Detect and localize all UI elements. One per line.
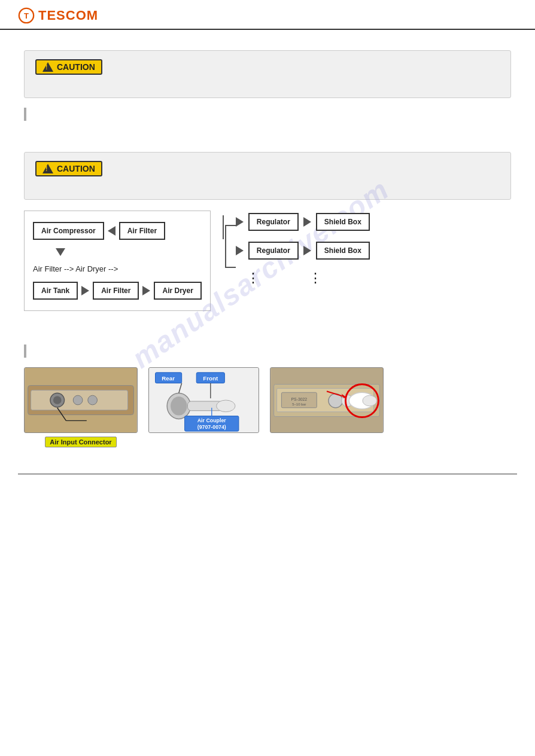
svg-point-6	[53, 396, 62, 404]
svg-text:PS-3022: PS-3022	[291, 397, 308, 401]
air-coupler-svg: Rear Front Air Coupler (9707-0074)	[149, 368, 259, 432]
caution-text-2: CAUTION	[57, 164, 95, 173]
svg-point-17	[171, 397, 187, 415]
svg-point-7	[73, 395, 83, 405]
logo-text: TESCOM	[38, 8, 98, 23]
diagram-left-box: Air Compressor Air Filter Air Filter -->…	[24, 211, 211, 311]
t-connector	[223, 215, 224, 239]
arrow-right-1	[81, 286, 89, 295]
dots-right: ⋮	[309, 270, 323, 286]
diagram-bottom-row: Air Tank Air Filter Air Dryer	[33, 282, 202, 300]
air-filter-top-box: Air Filter	[119, 222, 165, 240]
arrow-down-wrapper	[56, 248, 202, 256]
connector-top	[223, 215, 224, 239]
svg-point-8	[88, 395, 98, 405]
caution-triangle-icon-1	[42, 62, 53, 72]
logo: T TESCOM	[18, 7, 98, 24]
page-header: T TESCOM	[0, 0, 535, 30]
diagram-connector	[223, 211, 224, 288]
air-filter-bottom-box: Air Filter	[93, 282, 139, 300]
dots-left: ⋮	[247, 270, 261, 286]
image-block-1: Air Input Connector	[24, 367, 138, 447]
section-divider-2	[24, 345, 511, 358]
vertical-line	[225, 225, 226, 267]
arrow-right-shield-bottom	[303, 246, 311, 255]
air-tank-box: Air Tank	[33, 282, 78, 300]
regulator-bottom-box: Regulator	[248, 242, 299, 260]
shield-box-top: Shield Box	[316, 213, 370, 231]
diagram-top-row: Air Compressor Air Filter	[33, 222, 202, 240]
svg-text:5~10 bar: 5~10 bar	[292, 403, 306, 406]
arrow-right-reg-bottom	[236, 246, 244, 255]
caution-label-2: CAUTION	[35, 161, 102, 176]
diagram-area: Air Compressor Air Filter Air Filter -->…	[24, 211, 511, 311]
v-line-top	[223, 215, 224, 227]
v-line-bottom	[223, 227, 224, 239]
page-footer	[18, 474, 517, 477]
h-line-bottom	[225, 267, 236, 268]
caution-label-1: CAUTION	[35, 59, 102, 75]
svg-text:Front: Front	[203, 375, 218, 382]
svg-text:Rear: Rear	[162, 375, 175, 382]
diagram-right-pairs: Regulator Shield Box Regulator Shield Bo…	[236, 213, 370, 286]
svg-text:T: T	[24, 11, 29, 20]
regulator-top-box: Regulator	[248, 213, 299, 231]
svg-text:Air Coupler: Air Coupler	[197, 417, 227, 423]
device-with-coupler-photo: PS-3022 5~10 bar	[270, 367, 384, 433]
caution-text-1: CAUTION	[57, 62, 95, 72]
svg-point-19	[217, 400, 235, 412]
shield-box-bottom: Shield Box	[316, 242, 370, 260]
air-input-svg	[25, 368, 137, 432]
air-input-photo	[24, 367, 138, 433]
image-block-2: Rear Front Air Coupler (9707-0074)	[148, 367, 259, 433]
caution-box-2: CAUTION	[24, 152, 511, 200]
images-section: Air Input Connector Rear Front	[24, 367, 511, 447]
image-block-3: PS-3022 5~10 bar	[270, 367, 384, 433]
svg-point-35	[363, 395, 377, 406]
right-row-top: Regulator Shield Box	[236, 213, 370, 231]
main-content: CAUTION CAUTION Air Compressor Air Filte…	[0, 30, 535, 468]
air-coupler-photo: Rear Front Air Coupler (9707-0074)	[148, 367, 259, 433]
arrow-left-1	[108, 226, 115, 236]
right-row-bottom: Regulator Shield Box	[236, 242, 370, 260]
tescom-logo-icon: T	[18, 7, 35, 24]
arrow-right-reg-top	[236, 217, 244, 227]
caution-box-1: CAUTION	[24, 50, 511, 98]
h-line-top	[225, 225, 236, 226]
air-input-caption: Air Input Connector	[45, 437, 116, 447]
dots-row: ⋮ ⋮	[247, 270, 370, 286]
svg-text:(9707-0074): (9707-0074)	[197, 424, 226, 430]
section-divider-1	[24, 108, 511, 121]
air-dryer-box: Air Dryer	[154, 282, 201, 300]
arrow-right-2	[142, 286, 150, 295]
arrow-right-shield-top	[303, 217, 311, 227]
arrow-down-icon	[56, 248, 65, 256]
device-coupler-svg: PS-3022 5~10 bar	[270, 368, 383, 432]
air-compressor-box: Air Compressor	[33, 222, 104, 240]
caution-triangle-icon-2	[42, 164, 53, 173]
